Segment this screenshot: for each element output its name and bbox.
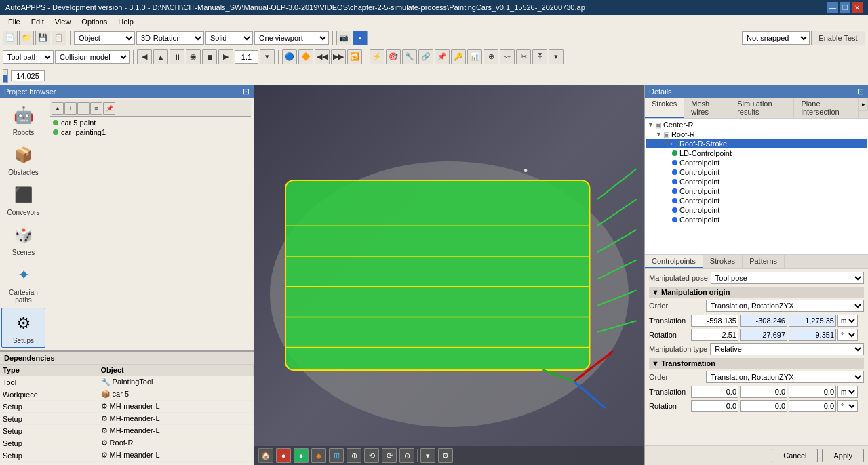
enable-test-button[interactable]: Enable Test [811, 31, 865, 45]
tb2-btn2[interactable]: ▲ [153, 49, 168, 64]
rot2-z-input[interactable]: 0.0 [789, 400, 836, 412]
new-button[interactable]: 📄 [3, 31, 18, 45]
deps-row-4[interactable]: Setup⚙ MH-meander-L [0, 425, 254, 437]
camera-btn2[interactable]: ▪ [353, 31, 368, 45]
tab-simulation[interactable]: Simulation results [730, 98, 794, 118]
project-browser-expand[interactable]: ⊡ [243, 87, 250, 96]
manip-origin-section[interactable]: ▼ Manipulation origin [649, 287, 864, 298]
menu-view[interactable]: View [50, 16, 77, 27]
rotation-mode-select[interactable]: 3D-Rotation [136, 31, 204, 45]
tool-btn6[interactable]: 🔑 [451, 49, 466, 64]
close-button[interactable]: ✕ [852, 2, 863, 13]
path-btn3[interactable]: ◀◀ [315, 49, 330, 64]
strokes-tree[interactable]: ▼ ▣ Center-R ▼ ▣ Roof-R ▼ ⟝ Roof-R-Strok… [645, 119, 868, 254]
tool-btn5[interactable]: 📌 [435, 49, 450, 64]
tb2-btn4[interactable]: ◉ [186, 49, 201, 64]
viewport-canvas[interactable]: ● [254, 85, 644, 465]
tool-btn7[interactable]: 📊 [467, 49, 482, 64]
rot2-x-input[interactable]: 0.0 [691, 400, 738, 412]
tree-cp-3[interactable]: Controlpoint [646, 177, 867, 186]
vp-dropdown[interactable]: ▾ [420, 448, 435, 463]
deps-row-0[interactable]: Tool🔧 PaintingTool [0, 376, 254, 388]
rot-z-input[interactable]: 9.351 [789, 329, 836, 341]
path-btn5[interactable]: 🔁 [347, 49, 362, 64]
details-expand-btn[interactable]: ⊡ [857, 87, 864, 96]
save-as-button[interactable]: 📋 [52, 31, 66, 45]
speed-input[interactable] [235, 50, 258, 64]
vp-btn8[interactable]: ⊙ [399, 448, 414, 463]
tb2-btn1[interactable]: ◀ [137, 49, 152, 64]
tab-mesh-wires[interactable]: Mesh wires [684, 98, 730, 118]
trans-x-input[interactable]: -598.135 [691, 315, 738, 327]
viewport-mode-select[interactable]: One viewport [254, 31, 329, 45]
tool-btn9[interactable]: 〰 [500, 49, 515, 64]
vp-btn7[interactable]: ⟳ [382, 448, 397, 463]
tree-detail-btn[interactable]: ≡ [90, 102, 102, 115]
rot2-y-input[interactable]: 0.0 [740, 400, 787, 412]
tb2-btn3[interactable]: ⏸ [170, 49, 184, 64]
tab-plane[interactable]: Plane intersection [794, 98, 859, 118]
speed-dropdown[interactable]: ▾ [260, 49, 275, 64]
tb2-btn5[interactable]: ⏹ [202, 49, 217, 64]
sidebar-item-conveyors[interactable]: ⬛ Conveyors [1, 180, 45, 219]
sidebar-item-scenes[interactable]: 🎲 Scenes [1, 220, 45, 259]
transform-section[interactable]: ▼ Transformation [649, 358, 864, 369]
deps-row-2[interactable]: Setup⚙ MH-meander-L [0, 401, 254, 413]
object-mode-select[interactable]: Object [74, 31, 135, 45]
order-select[interactable]: Translation, RotationZYX [706, 300, 864, 312]
trans2-x-input[interactable]: 0.0 [691, 386, 738, 398]
rot2-unit-select[interactable]: ° [837, 400, 858, 412]
tree-cp-5[interactable]: Controlpoint [646, 196, 867, 205]
tool-btn3[interactable]: 🔧 [402, 49, 417, 64]
tree-cp-6[interactable]: Controlpoint [646, 205, 867, 215]
vp-grid-btn[interactable]: ⊞ [329, 448, 344, 463]
sidebar-item-cartesian[interactable]: ✦ Cartesian paths [1, 260, 45, 306]
camera-btn1[interactable]: 📷 [336, 31, 351, 45]
tab-strokes[interactable]: Strokes [645, 98, 684, 118]
menu-file[interactable]: File [3, 16, 26, 27]
apply-button[interactable]: Apply [822, 449, 864, 462]
tree-item-0[interactable]: car 5 paint [52, 118, 250, 127]
order2-select[interactable]: Translation, RotationZYX [706, 371, 864, 383]
menu-options[interactable]: Options [76, 16, 113, 27]
tb2-btn6[interactable]: ▶ [218, 49, 233, 64]
deps-row-3[interactable]: Setup⚙ MH-meander-L [0, 413, 254, 425]
manip-type-select[interactable]: Relative [710, 343, 864, 355]
trans-z-input[interactable]: 1,275.35 [789, 315, 836, 327]
tool-btn2[interactable]: 🎯 [386, 49, 401, 64]
tool-btn10[interactable]: ✂ [516, 49, 531, 64]
tab-patterns[interactable]: Patterns [743, 255, 785, 268]
tool-btn8[interactable]: ⊕ [484, 49, 498, 64]
rot-x-input[interactable]: 2.51 [691, 329, 738, 341]
sidebar-item-obstacles[interactable]: 📦 Obstacles [1, 140, 45, 179]
tree-roof-r[interactable]: ▼ ▣ Roof-R [646, 129, 867, 139]
details-scroll-right[interactable]: ▸ [859, 98, 868, 111]
trans-y-input[interactable]: -308.246 [740, 315, 787, 327]
menu-edit[interactable]: Edit [26, 16, 50, 27]
tree-item-1[interactable]: car_painting1 [52, 127, 250, 137]
cancel-button[interactable]: Cancel [772, 449, 818, 462]
tab-strokes2[interactable]: Strokes [703, 255, 743, 268]
trans2-z-input[interactable]: 0.0 [789, 386, 836, 398]
toolpath-select[interactable]: Tool path [3, 50, 54, 64]
tree-ld-cp[interactable]: LD-Controlpoint [646, 148, 867, 158]
tree-center-r[interactable]: ▼ ▣ Center-R [646, 120, 867, 129]
tool-btn11[interactable]: 🗄 [532, 49, 547, 64]
open-button[interactable]: 📁 [19, 31, 34, 45]
tree-new-btn[interactable]: + [64, 102, 77, 115]
vp-last-btn[interactable]: ⚙ [438, 448, 453, 463]
rot-unit-select[interactable]: ° [837, 329, 858, 341]
vp-red-btn[interactable]: ● [276, 448, 291, 463]
vp-orange-btn[interactable]: ◆ [311, 448, 326, 463]
sidebar-item-robots[interactable]: 🤖 Robots [1, 100, 45, 139]
display-mode-select[interactable]: Solid [205, 31, 253, 45]
tree-pin-btn[interactable]: 📌 [103, 102, 115, 115]
tree-up-btn[interactable]: ▲ [52, 102, 64, 115]
tool-dropdown[interactable]: ▾ [549, 49, 564, 64]
tree-cp-7[interactable]: Controlpoint [646, 215, 867, 224]
vp-axis-btn[interactable]: ⊕ [347, 448, 361, 463]
trans-unit-select[interactable]: mm [837, 315, 858, 327]
path-btn1[interactable]: 🔵 [282, 49, 297, 64]
tree-cp-4[interactable]: Controlpoint [646, 186, 867, 196]
deps-scroll[interactable]: Type Object Tool🔧 PaintingToolWorkpiece📦… [0, 365, 254, 462]
